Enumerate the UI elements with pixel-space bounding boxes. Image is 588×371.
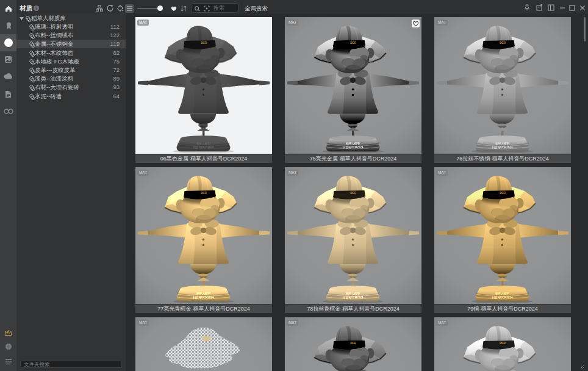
svg-text:?: ? bbox=[35, 6, 37, 10]
